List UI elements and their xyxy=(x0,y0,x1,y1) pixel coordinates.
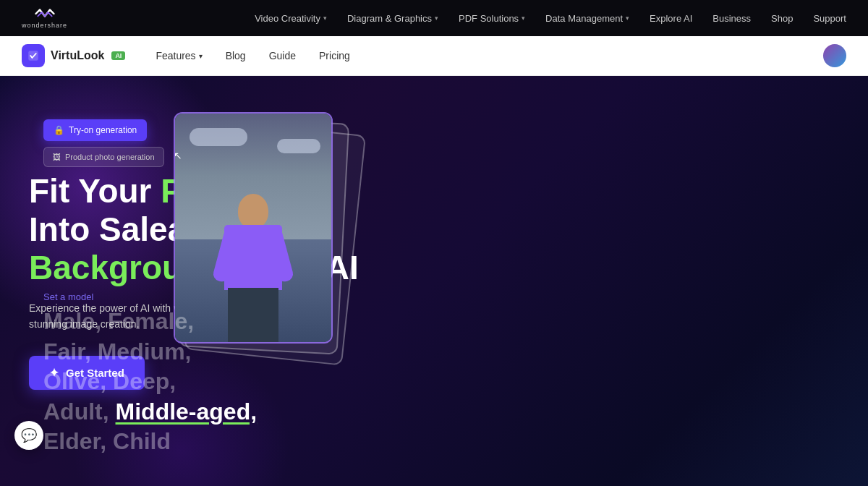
avatar[interactable] xyxy=(823,44,846,67)
sub-nav-guide[interactable]: Guide xyxy=(269,50,296,61)
brand-name: VirtuLook xyxy=(51,49,104,62)
hero-section: 🔒 Try-on generation 🖼 Product photo gene… xyxy=(0,76,868,486)
nav-diagram-graphics[interactable]: Diagram & Graphics ▾ xyxy=(347,13,438,24)
brand-icon xyxy=(22,44,45,67)
person-shirt xyxy=(224,225,282,290)
cloud-2 xyxy=(277,139,320,153)
chevron-down-icon: ▾ xyxy=(199,52,203,60)
nav-shop[interactable]: Shop xyxy=(771,13,793,24)
nav-explore-ai[interactable]: Explore AI xyxy=(650,13,692,24)
nav-business[interactable]: Business xyxy=(712,13,751,24)
virtulook-logo[interactable]: VirtuLook AI xyxy=(22,44,125,67)
person-head xyxy=(238,194,268,229)
sub-nav-features[interactable]: Features ▾ xyxy=(156,50,202,61)
set-model-label: Set a model xyxy=(43,291,257,302)
model-options: Male, Female, Fair, Medium, Olive, Deep,… xyxy=(43,307,257,457)
sub-navigation: VirtuLook AI Features ▾ Blog Guide Prici… xyxy=(0,36,868,76)
hero-headline: Fit Your Products Into Saleable Backgrou… xyxy=(29,172,825,287)
nav-video-creativity[interactable]: Video Creativity ▾ xyxy=(255,13,327,24)
model-highlight: Middle-aged, xyxy=(116,398,258,425)
chevron-down-icon: ▾ xyxy=(435,14,438,22)
sub-nav-pricing[interactable]: Pricing xyxy=(319,50,350,61)
model-selector: Set a model Male, Female, Fair, Medium, … xyxy=(43,291,257,457)
sub-nav-blog[interactable]: Blog xyxy=(226,50,246,61)
chevron-down-icon: ▾ xyxy=(323,14,327,22)
ai-badge: AI xyxy=(111,51,125,60)
top-navigation: wondershare Video Creativity ▾ Diagram &… xyxy=(0,0,868,36)
nav-pdf-solutions[interactable]: PDF Solutions ▾ xyxy=(459,13,525,24)
nav-links: Video Creativity ▾ Diagram & Graphics ▾ … xyxy=(255,13,846,24)
floating-ui-panel: 🔒 Try-on generation 🖼 Product photo gene… xyxy=(43,119,164,167)
chat-icon: 💬 xyxy=(21,427,37,443)
chevron-down-icon: ▾ xyxy=(626,14,629,22)
cursor-icon: ↖ xyxy=(174,150,182,161)
wondershare-logo[interactable]: wondershare xyxy=(22,7,67,29)
product-photo-generation-button[interactable]: 🖼 Product photo generation xyxy=(43,147,164,167)
chevron-down-icon: ▾ xyxy=(522,14,525,22)
try-on-generation-button[interactable]: 🔒 Try-on generation xyxy=(43,119,147,141)
cloud-1 xyxy=(190,128,247,146)
chat-bubble-button[interactable]: 💬 xyxy=(14,421,43,450)
logo-text: wondershare xyxy=(22,22,67,29)
nav-support[interactable]: Support xyxy=(813,13,846,24)
image-icon: 🖼 xyxy=(53,153,61,161)
lock-icon: 🔒 xyxy=(54,125,64,135)
nav-data-management[interactable]: Data Management ▾ xyxy=(545,13,629,24)
